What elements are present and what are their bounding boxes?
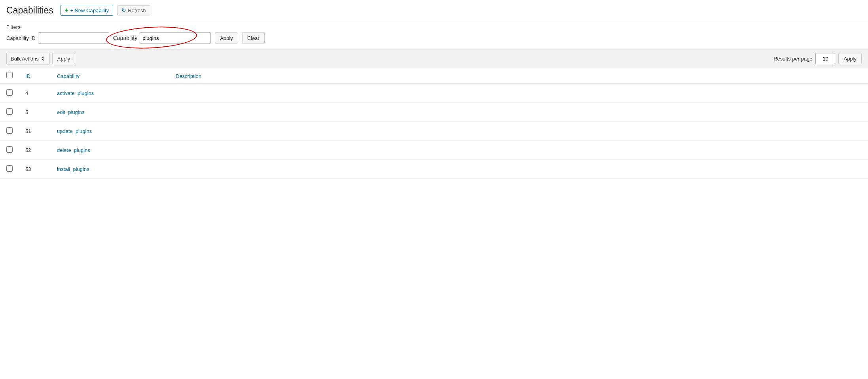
filters-row: Capability ID Capability Apply Clear (6, 32, 862, 44)
row-id: 52 (19, 141, 51, 160)
row-capability: update_plugins (51, 122, 169, 141)
page-container: Capabilities + + New Capability ↻ Refres… (0, 0, 868, 379)
row-capability: activate_plugins (51, 84, 169, 103)
row-id: 53 (19, 160, 51, 179)
capability-filter-wrapper: Capability (113, 32, 211, 44)
capability-link[interactable]: update_plugins (57, 128, 92, 134)
col-header-id: ID (19, 68, 51, 84)
capability-link[interactable]: activate_plugins (57, 90, 94, 96)
row-checkbox-cell (0, 160, 19, 179)
capabilities-table: ID Capability Description 4 activate_plu… (0, 68, 868, 179)
row-capability: install_plugins (51, 160, 169, 179)
description-sort-link[interactable]: Description (176, 73, 201, 79)
row-checkbox[interactable] (6, 108, 13, 115)
capability-filter-input[interactable] (140, 32, 211, 44)
capability-filter-label: Capability (113, 35, 137, 41)
table-row: 52 delete_plugins (0, 141, 868, 160)
col-header-capability: Capability (51, 68, 169, 84)
table-row: 51 update_plugins (0, 122, 868, 141)
row-description (169, 122, 868, 141)
toolbar-left: Bulk Actions ⇕ Apply (6, 53, 75, 64)
refresh-button[interactable]: ↻ Refresh (117, 5, 150, 15)
filter-apply-button[interactable]: Apply (215, 32, 238, 44)
table-body: 4 activate_plugins 5 edit_plugins 51 upd… (0, 84, 868, 179)
select-all-checkbox[interactable] (6, 72, 13, 78)
capability-id-filter: Capability ID (6, 32, 109, 44)
row-checkbox-cell (0, 122, 19, 141)
row-capability: delete_plugins (51, 141, 169, 160)
row-id: 4 (19, 84, 51, 103)
table-row: 53 install_plugins (0, 160, 868, 179)
row-id: 51 (19, 122, 51, 141)
toolbar-right: Results per page Apply (773, 53, 862, 64)
row-checkbox[interactable] (6, 127, 13, 134)
capability-id-label: Capability ID (6, 35, 36, 41)
table-row: 5 edit_plugins (0, 103, 868, 122)
capability-sort-link[interactable]: Capability (57, 73, 80, 79)
row-checkbox-cell (0, 141, 19, 160)
bulk-actions-apply-button[interactable]: Apply (52, 53, 76, 64)
header-checkbox-cell (0, 68, 19, 84)
refresh-label: Refresh (128, 8, 146, 13)
page-header: Capabilities + + New Capability ↻ Refres… (0, 0, 868, 20)
refresh-icon: ↻ (121, 7, 126, 13)
capability-link[interactable]: install_plugins (57, 166, 89, 172)
page-title: Capabilities (6, 5, 53, 16)
row-description (169, 84, 868, 103)
capability-id-input[interactable] (38, 32, 109, 44)
new-capability-button[interactable]: + + New Capability (61, 5, 113, 16)
bulk-actions-select[interactable]: Bulk Actions ⇕ (6, 53, 50, 64)
row-checkbox[interactable] (6, 146, 13, 153)
results-per-page-input[interactable] (815, 53, 835, 64)
row-description (169, 160, 868, 179)
table-header-row: ID Capability Description (0, 68, 868, 84)
row-checkbox[interactable] (6, 165, 13, 172)
results-per-page-label: Results per page (773, 56, 812, 62)
row-checkbox-cell (0, 84, 19, 103)
results-apply-button[interactable]: Apply (838, 53, 862, 64)
table-row: 4 activate_plugins (0, 84, 868, 103)
row-checkbox[interactable] (6, 89, 13, 96)
bulk-actions-label: Bulk Actions (11, 56, 39, 62)
id-sort-link[interactable]: ID (25, 73, 30, 79)
filter-clear-button[interactable]: Clear (242, 32, 265, 44)
capability-link[interactable]: edit_plugins (57, 109, 84, 115)
row-capability: edit_plugins (51, 103, 169, 122)
row-checkbox-cell (0, 103, 19, 122)
filters-section: Filters Capability ID Capability Apply C… (0, 20, 868, 49)
new-capability-label: + New Capability (70, 8, 109, 13)
col-header-description: Description (169, 68, 868, 84)
plus-icon: + (65, 7, 68, 14)
row-description (169, 103, 868, 122)
capability-link[interactable]: delete_plugins (57, 147, 90, 153)
row-description (169, 141, 868, 160)
toolbar-row: Bulk Actions ⇕ Apply Results per page Ap… (0, 49, 868, 68)
filters-label: Filters (6, 24, 862, 30)
bulk-actions-chevron-icon: ⇕ (41, 56, 45, 62)
row-id: 5 (19, 103, 51, 122)
